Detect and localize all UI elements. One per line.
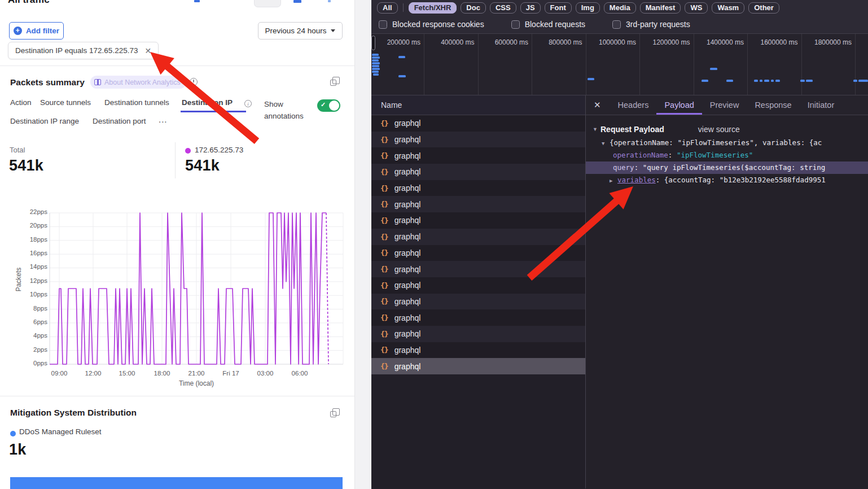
filter-pill-wasm[interactable]: Wasm — [712, 2, 744, 14]
waterfall-request-bar[interactable] — [775, 80, 780, 82]
request-row-graphql[interactable]: {}graphql — [371, 294, 585, 310]
filter-pill-font[interactable]: Font — [545, 2, 572, 14]
waterfall-request-bar[interactable] — [372, 59, 379, 62]
request-row-graphql[interactable]: {}graphql — [371, 309, 585, 326]
request-row-graphql[interactable]: {}graphql — [371, 342, 585, 359]
waterfall-request-bar[interactable] — [754, 80, 758, 82]
waterfall-request-bar[interactable] — [372, 62, 380, 64]
filter-pill-media[interactable]: Media — [604, 2, 636, 14]
filter-pill-other[interactable]: Other — [748, 2, 779, 14]
request-row-graphql[interactable]: {}graphql — [371, 115, 585, 132]
payload-line[interactable]: ▶variables: {accountTag: "b12e3b2192ee55… — [586, 174, 868, 186]
request-row-graphql[interactable]: {}graphql — [371, 180, 585, 197]
tab-action[interactable]: Action — [10, 98, 32, 107]
waterfall-request-bar[interactable] — [398, 56, 405, 58]
waterfall-request-bar[interactable] — [710, 68, 717, 70]
payload-token: "ipFlowTimeseries" — [677, 151, 753, 159]
close-icon[interactable]: ✕ — [594, 100, 601, 110]
filter-pill-css[interactable]: CSS — [490, 2, 516, 14]
tab-destination-tunnels[interactable]: Destination tunnels — [104, 98, 169, 107]
packets-timeseries-chart[interactable]: 09:0012:0015:0018:0021:00Fri 1703:0006:0… — [47, 209, 352, 388]
view-source-link[interactable]: view source — [698, 125, 740, 134]
waterfall-request-bar[interactable] — [372, 65, 379, 67]
mitigation-bar[interactable] — [10, 477, 343, 489]
waterfall-request-bar[interactable] — [373, 73, 379, 76]
request-row-graphql[interactable]: {}graphql — [371, 132, 585, 148]
checkbox-3rd-party-requests[interactable]: 3rd-party requests — [612, 20, 690, 29]
payload-token: : — [668, 151, 677, 159]
request-row-graphql[interactable]: {}graphql — [371, 147, 585, 164]
y-tick-label: 6pps — [21, 318, 47, 325]
request-row-graphql[interactable]: {}graphql — [371, 164, 585, 180]
tab-destination-port[interactable]: Destination port — [93, 117, 146, 125]
filter-chip[interactable]: Destination IP equals 172.65.225.73 ✕ — [8, 42, 159, 59]
waterfall-request-bar[interactable] — [806, 80, 813, 82]
waterfall-request-bar[interactable] — [372, 54, 379, 56]
checkbox-blocked-requests[interactable]: Blocked requests — [511, 20, 585, 29]
detail-tab-headers[interactable]: Headers — [610, 96, 657, 115]
json-braces-icon: {} — [380, 281, 388, 290]
tab-destination-ip[interactable]: Destination IP — [182, 98, 233, 107]
more-tabs-button[interactable]: ... — [159, 115, 168, 124]
waterfall-request-bar[interactable] — [702, 80, 708, 82]
network-overview-timeline[interactable]: 200000 ms400000 ms600000 ms800000 ms1000… — [371, 34, 868, 95]
clock-icon — [190, 78, 198, 86]
time-range-dropdown[interactable]: Previous 24 hours — [258, 22, 343, 40]
info-icon[interactable]: i — [244, 100, 252, 107]
checkbox-icon[interactable] — [511, 20, 520, 29]
request-row-graphql[interactable]: {}graphql — [371, 245, 585, 261]
waterfall-request-bar[interactable] — [372, 56, 380, 59]
y-tick-label: 12pps — [21, 277, 47, 284]
tab-destination-ip-range[interactable]: Destination IP range — [10, 117, 79, 125]
payload-line[interactable]: operationName: "ipFlowTimeseries" — [586, 149, 868, 161]
plus-icon: + — [14, 27, 22, 35]
request-row-graphql[interactable]: {}graphql — [371, 326, 585, 342]
filter-pill-ws[interactable]: WS — [685, 2, 708, 14]
waterfall-request-bar[interactable] — [760, 80, 762, 82]
request-row-graphql[interactable]: {}graphql — [371, 196, 585, 212]
filter-pill-fetch-xhr[interactable]: Fetch/XHR — [409, 2, 457, 14]
remove-filter-icon[interactable]: ✕ — [144, 46, 151, 55]
waterfall-request-bar[interactable] — [372, 71, 379, 73]
waterfall-request-bar[interactable] — [372, 68, 380, 70]
json-braces-icon: {} — [380, 346, 388, 354]
payload-line[interactable]: query: "query ipFlowTimeseries($accountT… — [586, 161, 868, 174]
waterfall-request-bar[interactable] — [398, 75, 406, 77]
waterfall-request-bar[interactable] — [764, 80, 769, 82]
request-row-graphql[interactable]: {}graphql — [371, 229, 585, 245]
twisty-collapsed-icon[interactable]: ▶ — [610, 174, 617, 186]
filter-pill-manifest[interactable]: Manifest — [640, 2, 681, 14]
show-annotations-toggle[interactable]: ✓ — [317, 99, 340, 112]
expand-panel-icon[interactable] — [330, 411, 336, 417]
tab-source-tunnels[interactable]: Source tunnels — [40, 98, 91, 107]
checkbox-icon[interactable] — [612, 20, 621, 29]
request-row-graphql[interactable]: {}graphql — [371, 277, 585, 294]
detail-tab-preview[interactable]: Preview — [702, 96, 747, 115]
filter-pill-doc[interactable]: Doc — [461, 2, 486, 14]
expand-panel-icon[interactable] — [330, 80, 336, 86]
waterfall-request-bar[interactable] — [771, 80, 774, 82]
filter-pill-all[interactable]: All — [377, 2, 398, 14]
detail-tab-initiator[interactable]: Initiator — [800, 96, 843, 115]
payload-line[interactable]: ▼{operationName: "ipFlowTimeseries", var… — [586, 137, 868, 149]
series-dot — [185, 148, 191, 154]
about-network-analytics-badge[interactable]: About Network Analytics — [90, 76, 186, 89]
waterfall-request-bar[interactable] — [858, 80, 868, 82]
waterfall-request-bar[interactable] — [853, 80, 857, 82]
waterfall-request-bar[interactable] — [588, 78, 594, 80]
filter-pill-js[interactable]: JS — [520, 2, 541, 14]
detail-tab-response[interactable]: Response — [747, 96, 799, 115]
twisty-expanded-icon[interactable]: ▼ — [593, 126, 600, 132]
twisty-expanded-icon[interactable]: ▼ — [602, 137, 610, 149]
request-row-graphql[interactable]: {}graphql — [371, 212, 585, 229]
add-filter-button[interactable]: + Add filter — [9, 22, 64, 40]
name-column-header[interactable]: Name — [371, 95, 585, 115]
request-row-graphql[interactable]: {}graphql — [371, 261, 585, 277]
filter-pill-img[interactable]: Img — [576, 2, 600, 14]
detail-tab-payload[interactable]: Payload — [656, 96, 702, 115]
request-row-graphql[interactable]: {}graphql — [371, 358, 585, 374]
checkbox-icon[interactable] — [379, 20, 387, 29]
waterfall-request-bar[interactable] — [726, 80, 733, 82]
checkbox-blocked-response-cookies[interactable]: Blocked response cookies — [379, 20, 484, 29]
waterfall-request-bar[interactable] — [800, 80, 805, 82]
